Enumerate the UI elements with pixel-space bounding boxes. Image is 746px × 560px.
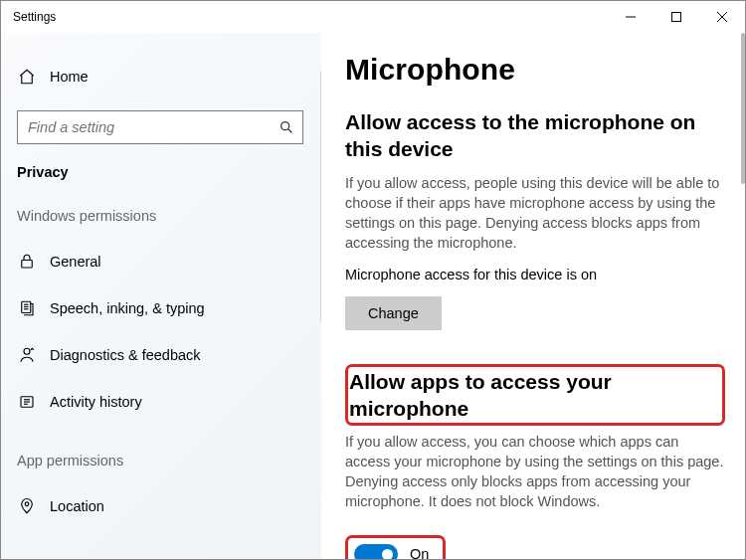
content-pane: Microphone Allow access to the microphon… bbox=[321, 33, 745, 559]
section2-heading: Allow apps to access your microphone bbox=[349, 368, 714, 423]
sidebar-item-activity-history[interactable]: Activity history bbox=[17, 378, 321, 425]
section1-description: If you allow access, people using this d… bbox=[345, 173, 725, 253]
sidebar-group-app-permissions: App permissions bbox=[17, 453, 321, 468]
speech-icon bbox=[17, 298, 37, 318]
title-bar: Settings bbox=[1, 1, 745, 33]
search-box[interactable] bbox=[17, 110, 303, 144]
close-button[interactable] bbox=[699, 1, 745, 33]
maximize-button[interactable] bbox=[653, 1, 699, 33]
change-button[interactable]: Change bbox=[345, 296, 442, 330]
sidebar-item-label: Activity history bbox=[50, 394, 142, 410]
feedback-icon bbox=[17, 345, 37, 365]
scrollbar[interactable] bbox=[741, 33, 745, 184]
settings-window: Settings Home bbox=[0, 0, 746, 560]
svg-point-4 bbox=[281, 122, 289, 130]
allow-apps-toggle[interactable] bbox=[354, 544, 398, 559]
home-icon bbox=[17, 67, 37, 87]
history-icon bbox=[17, 392, 37, 412]
svg-point-11 bbox=[24, 348, 30, 354]
page-title: Microphone bbox=[345, 53, 725, 87]
search-icon bbox=[279, 119, 294, 135]
location-icon bbox=[17, 496, 37, 516]
sidebar-home-label: Home bbox=[50, 69, 89, 85]
section2-description: If you allow access, you can choose whic… bbox=[345, 432, 725, 511]
sidebar-item-label: Location bbox=[50, 498, 104, 514]
svg-rect-1 bbox=[672, 13, 681, 22]
annotation-highlight-heading: Allow apps to access your microphone bbox=[345, 364, 725, 427]
sidebar-item-label: Diagnostics & feedback bbox=[50, 347, 201, 363]
sidebar-item-label: General bbox=[50, 254, 101, 270]
lock-icon bbox=[17, 252, 37, 272]
svg-point-16 bbox=[25, 501, 29, 505]
section1-status: Microphone access for this device is on bbox=[345, 267, 725, 282]
annotation-highlight-toggle: On bbox=[345, 535, 446, 559]
sidebar-item-label: Speech, inking, & typing bbox=[50, 300, 205, 316]
sidebar-item-diagnostics[interactable]: Diagnostics & feedback bbox=[17, 331, 321, 378]
sidebar-item-location[interactable]: Location bbox=[17, 482, 321, 529]
nav-list-1: General Speech, inking, & typing Diagnos… bbox=[17, 238, 321, 425]
sidebar-group-windows-permissions: Windows permissions bbox=[17, 208, 321, 224]
sidebar-section-title: Privacy bbox=[17, 164, 321, 180]
search-input[interactable] bbox=[28, 119, 279, 135]
svg-rect-6 bbox=[22, 260, 33, 268]
sidebar-home[interactable]: Home bbox=[17, 57, 321, 96]
caption-buttons bbox=[608, 1, 745, 33]
minimize-button[interactable] bbox=[608, 1, 653, 33]
section1-heading: Allow access to the microphone on this d… bbox=[345, 108, 725, 163]
svg-line-5 bbox=[288, 129, 291, 132]
sidebar-item-speech[interactable]: Speech, inking, & typing bbox=[17, 284, 321, 331]
toggle-label: On bbox=[410, 546, 429, 559]
sidebar: Home Privacy Windows permissions General bbox=[1, 33, 321, 559]
window-title: Settings bbox=[13, 10, 56, 24]
window-body: Home Privacy Windows permissions General bbox=[1, 33, 745, 559]
nav-list-2: Location bbox=[17, 482, 321, 529]
sidebar-item-general[interactable]: General bbox=[17, 238, 321, 284]
